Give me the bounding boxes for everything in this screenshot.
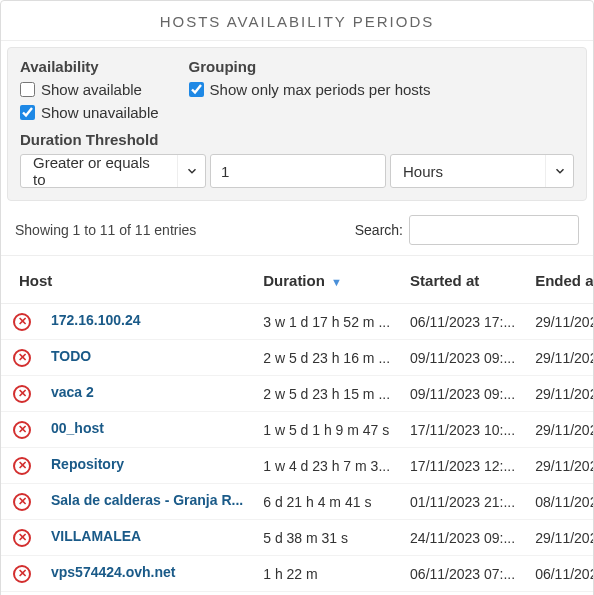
show-unavailable-checkbox[interactable] [20, 105, 35, 120]
ended-cell: 29/11/2023 10:... [525, 520, 594, 556]
search-input[interactable] [409, 215, 579, 245]
chevron-down-icon [545, 155, 573, 187]
table-row: ✕TODO2 w 5 d 23 h 16 m ...09/11/2023 09:… [1, 340, 594, 376]
duration-cell: 1 w 4 d 23 h 7 m 3... [253, 448, 400, 484]
host-link[interactable]: Sala de calderas - Granja R... [51, 492, 243, 508]
duration-cell: 2 w 5 d 23 h 16 m ... [253, 340, 400, 376]
ended-cell: 08/11/2023 18:... [525, 484, 594, 520]
started-cell: 09/11/2023 09:... [400, 340, 525, 376]
duration-cell: 2 w 5 d 23 h 15 m ... [253, 376, 400, 412]
show-available-checkbox-row[interactable]: Show available [20, 81, 159, 98]
unavailable-icon: ✕ [13, 457, 31, 475]
table-row: ✕VILLAMALEA5 d 38 m 31 s24/11/2023 09:..… [1, 520, 594, 556]
host-link[interactable]: 00_host [51, 420, 104, 436]
duration-cell: 6 d 21 h 4 m 41 s [253, 484, 400, 520]
table-row: ✕172.16.100.243 w 1 d 17 h 52 m ...06/11… [1, 304, 594, 340]
show-available-checkbox[interactable] [20, 82, 35, 97]
column-host[interactable]: Host [1, 256, 253, 304]
search-label: Search: [355, 222, 403, 238]
host-link[interactable]: 172.16.100.24 [51, 312, 141, 328]
unavailable-icon: ✕ [13, 385, 31, 403]
duration-cell: 1 h 22 m [253, 556, 400, 592]
ended-cell: 29/11/2023 08:... [525, 376, 594, 412]
show-unavailable-checkbox-row[interactable]: Show unavailable [20, 104, 159, 121]
column-ended[interactable]: Ended at [525, 256, 594, 304]
column-started[interactable]: Started at [400, 256, 525, 304]
table-row: ✕Sala de calderas - Granja R...6 d 21 h … [1, 484, 594, 520]
started-cell: 06/11/2023 17:... [400, 304, 525, 340]
duration-cell: 1 w 5 d 1 h 9 m 47 s [253, 412, 400, 448]
started-cell: 17/11/2023 12:... [400, 448, 525, 484]
started-cell: 01/11/2023 21:... [400, 484, 525, 520]
operator-value: Greater or equals to [21, 154, 177, 188]
filters-panel: Availability Show available Show unavail… [7, 47, 587, 201]
started-cell: 09/11/2023 09:... [400, 376, 525, 412]
max-periods-checkbox[interactable] [189, 82, 204, 97]
hosts-table: Host Duration▼ Started at Ended at ✕172.… [1, 255, 594, 592]
max-periods-label: Show only max periods per hosts [210, 81, 431, 98]
host-link[interactable]: Repository [51, 456, 124, 472]
column-duration[interactable]: Duration▼ [253, 256, 400, 304]
chevron-down-icon [177, 155, 205, 187]
unavailable-icon: ✕ [13, 313, 31, 331]
max-periods-checkbox-row[interactable]: Show only max periods per hosts [189, 81, 431, 98]
table-row: ✕vaca 22 w 5 d 23 h 15 m ...09/11/2023 0… [1, 376, 594, 412]
ended-cell: 29/11/2023 11:... [525, 448, 594, 484]
duration-cell: 3 w 1 d 17 h 52 m ... [253, 304, 400, 340]
operator-select[interactable]: Greater or equals to [20, 154, 206, 188]
host-link[interactable]: vaca 2 [51, 384, 94, 400]
table-row: ✕Repository1 w 4 d 23 h 7 m 3...17/11/20… [1, 448, 594, 484]
ended-cell: 06/11/2023 09:... [525, 556, 594, 592]
unit-value: Hours [391, 163, 545, 180]
started-cell: 17/11/2023 10:... [400, 412, 525, 448]
ended-cell: 29/11/2023 08:... [525, 340, 594, 376]
unavailable-icon: ✕ [13, 529, 31, 547]
unavailable-icon: ✕ [13, 349, 31, 367]
unavailable-icon: ✕ [13, 421, 31, 439]
grouping-label: Grouping [189, 58, 431, 75]
table-row: ✕00_host1 w 5 d 1 h 9 m 47 s17/11/2023 1… [1, 412, 594, 448]
started-cell: 06/11/2023 07:... [400, 556, 525, 592]
sort-desc-icon: ▼ [331, 276, 342, 288]
host-link[interactable]: VILLAMALEA [51, 528, 141, 544]
page-title: HOSTS AVAILABILITY PERIODS [1, 1, 593, 41]
host-link[interactable]: TODO [51, 348, 91, 364]
ended-cell: 29/11/2023 11:... [525, 304, 594, 340]
showing-entries-text: Showing 1 to 11 of 11 entries [15, 222, 196, 238]
threshold-value-input[interactable]: 1 [210, 154, 386, 188]
ended-cell: 29/11/2023 11:... [525, 412, 594, 448]
unavailable-icon: ✕ [13, 493, 31, 511]
show-unavailable-label: Show unavailable [41, 104, 159, 121]
host-link[interactable]: vps574424.ovh.net [51, 564, 176, 580]
unit-select[interactable]: Hours [390, 154, 574, 188]
duration-threshold-label: Duration Threshold [20, 131, 574, 148]
started-cell: 24/11/2023 09:... [400, 520, 525, 556]
table-row: ✕vps574424.ovh.net1 h 22 m06/11/2023 07:… [1, 556, 594, 592]
show-available-label: Show available [41, 81, 142, 98]
unavailable-icon: ✕ [13, 565, 31, 583]
availability-label: Availability [20, 58, 159, 75]
duration-cell: 5 d 38 m 31 s [253, 520, 400, 556]
